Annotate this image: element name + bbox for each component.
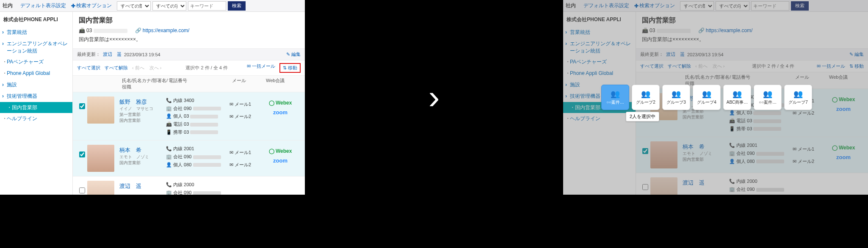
person-name[interactable]: 柄本 希 [683, 143, 729, 151]
col-web: Web会議 [266, 77, 300, 90]
person-name[interactable]: 飯野 雅彦 [119, 98, 166, 106]
avatar [87, 181, 114, 195]
fax: 📠03 [79, 28, 127, 33]
bulk-mail[interactable]: ✉ 一括メール [247, 63, 275, 73]
group-target[interactable]: 👥グループ4 [693, 85, 721, 110]
avatar [650, 141, 677, 168]
person-name[interactable]: 渡辺 遥 [119, 182, 166, 190]
updated-bar: 最終更新：渡辺 遥2023/09/13 19:54 ✎ 編集 [73, 48, 305, 61]
people-icon: 👥 [672, 89, 681, 99]
next: 次へ › [149, 65, 162, 71]
sidebar-item[interactable]: 技術管理機器 [0, 91, 72, 102]
phone-block: 📞 内線 3400🏢 会社 090 👤 個人 03 📠 電話 03 📱 携帯 0… [166, 96, 229, 136]
web-block[interactable]: ◯ Webexzoom [263, 96, 297, 116]
group-target[interactable]: 👥○○案件… [754, 85, 782, 110]
avatar [650, 177, 677, 195]
person-row: 渡辺 遥 📞 内線 2000🏢 会社 090 [636, 173, 868, 195]
group-target[interactable]: 👥○○案件… [601, 85, 629, 110]
link-search-options[interactable]: 検索オプション [76, 2, 112, 9]
row-checkbox[interactable] [79, 103, 85, 109]
sidebar-item[interactable]: PAベンチャーズ [563, 56, 636, 68]
main: 国内営業部 📠03 🔗https://example.com/ 国内営業部は××… [73, 12, 305, 195]
mail-block [793, 177, 827, 179]
col-name: 氏名/氏名カナ/部署名/役職 [122, 77, 169, 90]
phone-block: 📞 内線 2000🏢 会社 090 [166, 181, 229, 195]
col-phone: 電話番号 [169, 77, 232, 90]
selection-count: 選択中 2 件 / 全 4 件 [185, 65, 228, 71]
mail-block: ✉ メール1✉ メール2 [793, 141, 827, 167]
group-target[interactable]: 👥グループ7 [784, 85, 812, 110]
url[interactable]: 🔗https://example.com/ [135, 28, 190, 33]
action-row: すべて選択 すべて解除 ‹ 前へ 次へ › 選択中 2 件 / 全 4 件 ✉ … [73, 61, 305, 76]
panel-after: 社内 デフォルト表示設定 ✚ 検索オプション すべての部署 すべての項目 検索 … [563, 0, 868, 195]
web-block[interactable] [263, 181, 297, 184]
select-item[interactable]: すべての項目 [152, 1, 186, 11]
search-button[interactable]: 検索 [228, 1, 246, 11]
select-dept[interactable]: すべての部署 [117, 1, 151, 11]
people-icon: 👥 [793, 89, 803, 99]
people-icon: 👥 [611, 89, 620, 99]
topbar: 社内 デフォルト表示設定 ✚ 検索オプション すべての部署 すべての項目 検索 [0, 0, 305, 12]
arrow-icon: › [305, 78, 563, 117]
web-block[interactable]: ◯ Webexzoom [827, 141, 860, 160]
sidebar-item[interactable]: ヘルプライン [563, 113, 636, 124]
link-display-settings[interactable]: デフォルト表示設定 [20, 2, 66, 9]
edit-link[interactable]: ✎ 編集 [286, 51, 301, 58]
phone-block: 📞 内線 2000🏢 会社 090 [729, 177, 793, 193]
sidebar-item[interactable]: 営業統括 [563, 27, 636, 38]
sidebar-item[interactable]: エンジニアリング＆オペレーション統括 [563, 38, 636, 57]
sidebar-item[interactable]: ヘルプライン [0, 113, 72, 124]
person-name[interactable]: 渡辺 遥 [683, 179, 729, 187]
sidebar-item[interactable]: エンジニアリング＆オペレーション統括 [0, 38, 72, 57]
mail-block: ✉ メール1✉ メール2 [229, 96, 263, 122]
phone-block: 📞 内線 2001🏢 会社 090 👤 個人 080 [729, 141, 793, 165]
group-target[interactable]: 👥ABC商事… [723, 85, 751, 110]
phone-block: 📞 内線 2001🏢 会社 090 👤 個人 080 [166, 145, 229, 168]
sidebar-item[interactable]: 施設 [0, 79, 72, 91]
group-target[interactable]: 👥グループ2 [632, 85, 660, 110]
row-checkbox[interactable] [79, 187, 85, 193]
sidebar-item[interactable]: 国内営業部 [0, 102, 72, 113]
select-all[interactable]: すべて選択 [77, 65, 100, 71]
move-button[interactable]: ⇅ 移動 [279, 63, 301, 73]
sidebar: 株式会社PHONE APPLI 営業統括エンジニアリング＆オペレーション統括PA… [0, 12, 73, 195]
row-checkbox[interactable] [642, 184, 648, 190]
dept-desc: 国内営業部は×××××××××。 [79, 36, 299, 43]
plus-icon: ✚ [71, 3, 75, 9]
prev: ‹ 前へ [132, 65, 144, 71]
col-mail: メール [232, 77, 266, 90]
tab-internal[interactable]: 社内 [3, 2, 13, 9]
people-icon: 👥 [702, 89, 711, 99]
sidebar-item[interactable]: Phone Appli Global [0, 68, 72, 79]
avatar [87, 96, 114, 124]
sidebar-item[interactable]: PAベンチャーズ [0, 56, 72, 68]
people-icon: 👥 [763, 89, 772, 99]
avatar [87, 145, 114, 172]
company-name: 株式会社PHONE APPLI [0, 14, 72, 27]
row-checkbox[interactable] [642, 148, 648, 154]
group-target[interactable]: 👥グループ3 [662, 85, 690, 110]
panel-before: 社内 デフォルト表示設定 ✚ 検索オプション すべての部署 すべての項目 検索 … [0, 0, 305, 195]
row-checkbox[interactable] [79, 152, 85, 157]
person-name[interactable]: 柄本 希 [119, 146, 166, 154]
group-drop-targets: 👥○○案件…👥グループ2👥グループ3👥グループ4👥ABC商事…👥○○案件…👥グル… [601, 85, 812, 110]
mail-block: ✉ メール1✉ メール2 [229, 145, 263, 171]
mail-block [229, 181, 263, 182]
sidebar-item[interactable]: Phone Appli Global [563, 68, 636, 79]
drag-tooltip: 2人を選択中 [626, 112, 659, 121]
search-input[interactable] [188, 1, 226, 11]
dept-title: 国内営業部 [79, 16, 299, 25]
deselect-all[interactable]: すべて解除 [105, 65, 128, 71]
web-block[interactable]: ◯ Webexzoom [827, 93, 860, 112]
person-row: 柄本 希 エモト ノゾミ 国内営業部 📞 内線 2001🏢 会社 090 👤 個… [636, 137, 868, 173]
people-icon: 👥 [733, 89, 742, 99]
people-icon: 👥 [641, 89, 650, 99]
sidebar-item[interactable]: 営業統括 [0, 27, 72, 38]
person-row: 柄本 希 エモト ノゾミ 国内営業部 📞 内線 2001🏢 会社 090 👤 個… [73, 141, 305, 176]
person-row: 飯野 雅彦 イイノ マサヒコ 第一営業部国内営業部 📞 内線 3400🏢 会社 … [73, 92, 305, 141]
web-block[interactable]: ◯ Webexzoom [263, 145, 297, 164]
person-row: 渡辺 遥 📞 内線 2000🏢 会社 090 [73, 176, 305, 195]
web-block[interactable] [827, 177, 860, 181]
